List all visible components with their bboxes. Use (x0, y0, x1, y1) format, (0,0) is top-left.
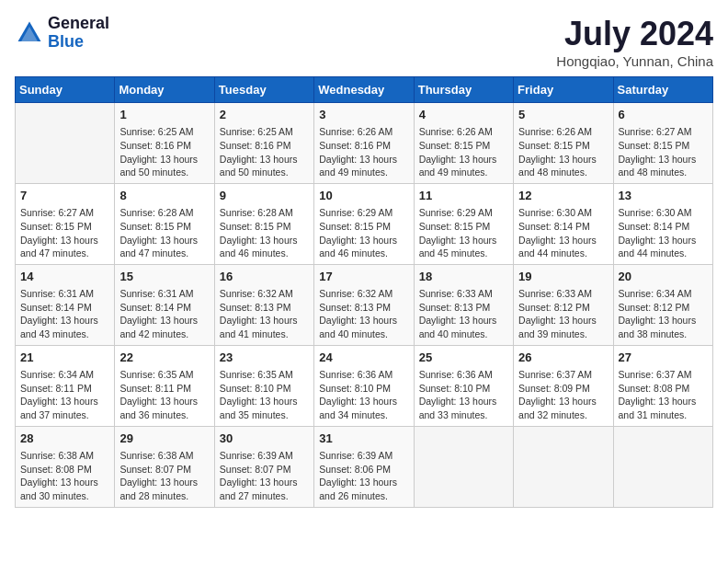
col-header-sunday: Sunday (16, 77, 115, 103)
calendar-cell: 18Sunrise: 6:33 AM Sunset: 8:13 PM Dayli… (414, 264, 513, 345)
day-info: Sunrise: 6:32 AM Sunset: 8:13 PM Dayligh… (220, 287, 309, 341)
calendar-cell: 19Sunrise: 6:33 AM Sunset: 8:12 PM Dayli… (514, 264, 613, 345)
calendar-cell: 27Sunrise: 6:37 AM Sunset: 8:08 PM Dayli… (613, 345, 712, 426)
day-info: Sunrise: 6:39 AM Sunset: 8:07 PM Dayligh… (220, 449, 309, 503)
calendar-cell (16, 103, 115, 184)
page-header: General Blue July 2024 Hongqiao, Yunnan,… (15, 15, 713, 69)
calendar-cell (613, 426, 712, 507)
day-info: Sunrise: 6:25 AM Sunset: 8:16 PM Dayligh… (220, 125, 309, 179)
day-info: Sunrise: 6:30 AM Sunset: 8:14 PM Dayligh… (518, 206, 608, 260)
logo: General Blue (15, 15, 109, 52)
week-row-3: 14Sunrise: 6:31 AM Sunset: 8:14 PM Dayli… (16, 264, 713, 345)
day-number: 14 (20, 269, 109, 285)
day-info: Sunrise: 6:28 AM Sunset: 8:15 PM Dayligh… (220, 206, 309, 260)
calendar-header-row: SundayMondayTuesdayWednesdayThursdayFrid… (16, 77, 713, 103)
calendar-cell: 2Sunrise: 6:25 AM Sunset: 8:16 PM Daylig… (214, 103, 313, 184)
calendar-cell: 22Sunrise: 6:35 AM Sunset: 8:11 PM Dayli… (115, 345, 214, 426)
day-info: Sunrise: 6:25 AM Sunset: 8:16 PM Dayligh… (119, 125, 209, 179)
day-info: Sunrise: 6:36 AM Sunset: 8:10 PM Dayligh… (419, 368, 508, 422)
day-number: 3 (319, 107, 408, 123)
calendar-cell: 21Sunrise: 6:34 AM Sunset: 8:11 PM Dayli… (16, 345, 115, 426)
calendar-cell: 25Sunrise: 6:36 AM Sunset: 8:10 PM Dayli… (414, 345, 513, 426)
week-row-2: 7Sunrise: 6:27 AM Sunset: 8:15 PM Daylig… (16, 183, 713, 264)
calendar-cell: 8Sunrise: 6:28 AM Sunset: 8:15 PM Daylig… (115, 183, 214, 264)
col-header-friday: Friday (514, 77, 613, 103)
day-number: 5 (518, 107, 608, 123)
day-info: Sunrise: 6:38 AM Sunset: 8:07 PM Dayligh… (119, 449, 209, 503)
day-number: 6 (619, 107, 708, 123)
calendar-cell: 12Sunrise: 6:30 AM Sunset: 8:14 PM Dayli… (514, 183, 613, 264)
day-number: 11 (419, 188, 508, 204)
calendar-cell: 24Sunrise: 6:36 AM Sunset: 8:10 PM Dayli… (314, 345, 414, 426)
month-title: July 2024 (556, 15, 713, 53)
day-info: Sunrise: 6:34 AM Sunset: 8:11 PM Dayligh… (20, 368, 109, 422)
calendar-cell: 3Sunrise: 6:26 AM Sunset: 8:16 PM Daylig… (314, 103, 414, 184)
calendar-cell: 9Sunrise: 6:28 AM Sunset: 8:15 PM Daylig… (214, 183, 313, 264)
calendar-cell: 5Sunrise: 6:26 AM Sunset: 8:15 PM Daylig… (514, 103, 613, 184)
day-info: Sunrise: 6:27 AM Sunset: 8:15 PM Dayligh… (619, 125, 708, 179)
day-info: Sunrise: 6:35 AM Sunset: 8:11 PM Dayligh… (119, 368, 209, 422)
day-number: 13 (619, 188, 708, 204)
day-info: Sunrise: 6:31 AM Sunset: 8:14 PM Dayligh… (20, 287, 109, 341)
calendar-cell: 20Sunrise: 6:34 AM Sunset: 8:12 PM Dayli… (613, 264, 712, 345)
calendar-table: SundayMondayTuesdayWednesdayThursdayFrid… (15, 76, 713, 508)
day-number: 16 (220, 269, 309, 285)
day-info: Sunrise: 6:29 AM Sunset: 8:15 PM Dayligh… (419, 206, 508, 260)
day-info: Sunrise: 6:38 AM Sunset: 8:08 PM Dayligh… (20, 449, 109, 503)
col-header-tuesday: Tuesday (214, 77, 313, 103)
day-number: 9 (220, 188, 309, 204)
day-number: 4 (419, 107, 508, 123)
col-header-wednesday: Wednesday (314, 77, 414, 103)
day-number: 25 (419, 350, 508, 366)
day-number: 21 (20, 350, 109, 366)
calendar-cell: 23Sunrise: 6:35 AM Sunset: 8:10 PM Dayli… (214, 345, 313, 426)
day-info: Sunrise: 6:26 AM Sunset: 8:15 PM Dayligh… (419, 125, 508, 179)
title-block: July 2024 Hongqiao, Yunnan, China (556, 15, 713, 69)
day-number: 28 (20, 431, 109, 447)
col-header-saturday: Saturday (613, 77, 712, 103)
day-info: Sunrise: 6:28 AM Sunset: 8:15 PM Dayligh… (119, 206, 209, 260)
logo-text: General Blue (48, 15, 109, 52)
col-header-thursday: Thursday (414, 77, 513, 103)
day-info: Sunrise: 6:34 AM Sunset: 8:12 PM Dayligh… (619, 287, 708, 341)
week-row-4: 21Sunrise: 6:34 AM Sunset: 8:11 PM Dayli… (16, 345, 713, 426)
day-info: Sunrise: 6:33 AM Sunset: 8:12 PM Dayligh… (518, 287, 608, 341)
calendar-cell: 14Sunrise: 6:31 AM Sunset: 8:14 PM Dayli… (16, 264, 115, 345)
day-info: Sunrise: 6:31 AM Sunset: 8:14 PM Dayligh… (119, 287, 209, 341)
day-info: Sunrise: 6:29 AM Sunset: 8:15 PM Dayligh… (319, 206, 408, 260)
calendar-cell: 11Sunrise: 6:29 AM Sunset: 8:15 PM Dayli… (414, 183, 513, 264)
day-number: 2 (220, 107, 309, 123)
day-number: 7 (20, 188, 109, 204)
calendar-cell: 31Sunrise: 6:39 AM Sunset: 8:06 PM Dayli… (314, 426, 414, 507)
day-number: 10 (319, 188, 408, 204)
day-info: Sunrise: 6:39 AM Sunset: 8:06 PM Dayligh… (319, 449, 408, 503)
day-info: Sunrise: 6:32 AM Sunset: 8:13 PM Dayligh… (319, 287, 408, 341)
day-info: Sunrise: 6:37 AM Sunset: 8:09 PM Dayligh… (518, 368, 608, 422)
calendar-cell: 1Sunrise: 6:25 AM Sunset: 8:16 PM Daylig… (115, 103, 214, 184)
day-info: Sunrise: 6:37 AM Sunset: 8:08 PM Dayligh… (619, 368, 708, 422)
day-info: Sunrise: 6:35 AM Sunset: 8:10 PM Dayligh… (220, 368, 309, 422)
calendar-cell: 13Sunrise: 6:30 AM Sunset: 8:14 PM Dayli… (613, 183, 712, 264)
calendar-cell: 4Sunrise: 6:26 AM Sunset: 8:15 PM Daylig… (414, 103, 513, 184)
calendar-cell (514, 426, 613, 507)
calendar-cell: 7Sunrise: 6:27 AM Sunset: 8:15 PM Daylig… (16, 183, 115, 264)
calendar-cell (414, 426, 513, 507)
day-info: Sunrise: 6:26 AM Sunset: 8:16 PM Dayligh… (319, 125, 408, 179)
day-number: 19 (518, 269, 608, 285)
col-header-monday: Monday (115, 77, 214, 103)
calendar-cell: 26Sunrise: 6:37 AM Sunset: 8:09 PM Dayli… (514, 345, 613, 426)
day-number: 17 (319, 269, 408, 285)
logo-icon (15, 18, 44, 48)
day-number: 20 (619, 269, 708, 285)
day-info: Sunrise: 6:27 AM Sunset: 8:15 PM Dayligh… (20, 206, 109, 260)
calendar-cell: 29Sunrise: 6:38 AM Sunset: 8:07 PM Dayli… (115, 426, 214, 507)
calendar-cell: 17Sunrise: 6:32 AM Sunset: 8:13 PM Dayli… (314, 264, 414, 345)
location: Hongqiao, Yunnan, China (556, 53, 713, 69)
day-info: Sunrise: 6:30 AM Sunset: 8:14 PM Dayligh… (619, 206, 708, 260)
day-number: 12 (518, 188, 608, 204)
day-info: Sunrise: 6:33 AM Sunset: 8:13 PM Dayligh… (419, 287, 508, 341)
day-number: 30 (220, 431, 309, 447)
week-row-5: 28Sunrise: 6:38 AM Sunset: 8:08 PM Dayli… (16, 426, 713, 507)
day-number: 22 (119, 350, 209, 366)
day-number: 29 (119, 431, 209, 447)
